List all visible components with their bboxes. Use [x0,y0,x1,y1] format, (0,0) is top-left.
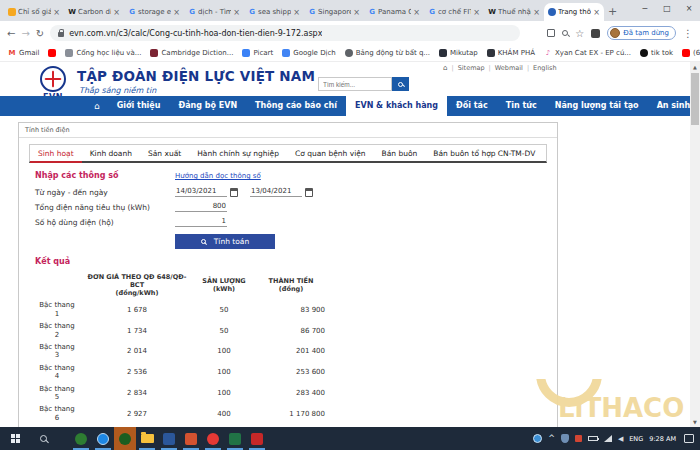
link-english[interactable]: English [533,64,556,72]
tray-expand-icon[interactable]: ^ [548,434,555,443]
scrollbar-thumb[interactable] [691,73,699,125]
bookmark-item[interactable]: ♪Xyan Cat EX - EP cú... [544,49,631,57]
link-sitemap[interactable]: Sitemap [458,64,485,72]
browser-tab-active[interactable]: Trang thông × [544,3,604,21]
extensions-icon[interactable] [591,29,600,38]
menu-icon[interactable]: ⋮ [683,28,693,39]
consumption-input[interactable] [175,202,227,212]
back-icon[interactable]: ← [7,28,15,39]
nav-thong-cao[interactable]: Thông cáo báo chí [246,96,346,116]
tab-ban-buon-to-hop[interactable]: Bán buôn tổ hợp CN-TM-DV [425,145,543,161]
taskbar-app-9[interactable] [246,427,268,450]
nav-doi-tac[interactable]: Đối tác [447,96,497,116]
nav-dang-bo[interactable]: Đảng bộ EVN [169,96,246,116]
guide-link[interactable]: Hướng dẫn đọc thông số [175,172,261,180]
browser-tab[interactable]: G Panama Ca × [364,3,424,21]
url-input[interactable]: evn.com.vn/c3/calc/Cong-cu-tinh-hoa-don-… [50,25,520,41]
close-icon[interactable]: × [413,8,420,17]
scroll-up-icon[interactable]: ▲ [690,62,700,72]
bookmark-item[interactable]: tik tok [640,49,673,57]
close-icon[interactable]: × [173,8,180,17]
taskbar-search-button[interactable] [30,435,56,442]
tab-co-quan[interactable]: Cơ quan bệnh viện [287,145,374,161]
search-button[interactable] [392,77,409,91]
action-center-icon[interactable] [684,434,694,443]
taskbar-app-2[interactable] [92,427,114,450]
taskbar-app-5[interactable] [158,427,180,450]
nav-tin-tuc[interactable]: Tin tức [497,96,546,116]
link-webmail[interactable]: Webmail [495,64,523,72]
close-icon[interactable]: × [533,8,540,17]
date-to-input[interactable] [250,187,302,197]
maximize-button[interactable]: □ [656,0,678,20]
nav-an-sinh[interactable]: An sinh xã hội [648,96,690,116]
browser-tab[interactable]: G cơ chế FIT c × [424,3,484,21]
scrollbar[interactable]: ▲ ▼ [690,62,700,427]
new-tab-button[interactable]: + [608,5,617,18]
browser-tab[interactable]: G sea shipping × [244,3,304,21]
nav-evn-khach-hang[interactable]: EVN & khách hàng [346,96,447,116]
date-from-input[interactable] [175,187,227,197]
close-icon[interactable]: × [293,8,300,17]
window-close-button[interactable]: × [678,0,700,20]
bookmark-item[interactable]: Cổng học liệu và... [65,49,141,57]
tab-san-xuat[interactable]: Sản xuất [140,145,189,161]
minimize-button[interactable]: ─ [634,0,656,20]
calendar-icon[interactable] [305,188,313,197]
bookmark-item[interactable]: Bảng động từ bất q... [345,49,430,57]
page-action-icon[interactable] [547,29,555,37]
close-icon[interactable]: × [53,8,60,17]
bookmark-item[interactable]: (6) [Vietsub + Lyrics... [682,49,700,57]
close-icon[interactable]: × [353,8,360,17]
taskbar-app-8[interactable] [224,427,246,450]
clock[interactable]: 9:28 AM [649,435,676,443]
tab-kinh-doanh[interactable]: Kinh doanh [82,145,140,161]
tray-alert-icon[interactable] [575,435,582,442]
home-icon[interactable]: ⌂ [443,64,447,72]
bookmark-item[interactable]: Google Dịch [282,49,336,57]
zoom-icon[interactable] [562,30,568,36]
battery-icon[interactable] [588,436,598,441]
profile-chip[interactable]: Đã tạm dừng [607,26,676,40]
calendar-icon[interactable] [230,188,238,197]
forward-icon[interactable]: → [21,28,29,39]
bookmark-item[interactable]: Picart [242,49,273,57]
browser-tab[interactable]: G storage ene × [124,3,184,21]
nav-home-icon[interactable]: ⌂ [86,96,108,116]
bookmark-star-icon[interactable]: ☆ [575,28,584,39]
tray-app-icon[interactable] [533,434,542,443]
search-input[interactable] [318,77,392,91]
bookmark-gmail[interactable]: MGmail [8,49,39,57]
close-icon[interactable]: × [233,8,240,17]
close-icon[interactable]: × [473,8,480,17]
tab-ban-buon[interactable]: Bán buôn [374,145,426,161]
households-input[interactable] [175,217,227,227]
nav-gioi-thieu[interactable]: Giới thiệu [108,96,170,116]
browser-tab[interactable]: W Thuế nhập × [484,3,544,21]
bookmark-item[interactable]: KHÁM PHÁ [487,49,535,57]
network-signal-icon[interactable] [604,435,612,442]
start-button[interactable] [0,434,30,443]
reload-icon[interactable]: ↻ [36,28,44,39]
browser-tab[interactable]: G Singapore t × [304,3,364,21]
taskbar-file-explorer[interactable] [136,427,158,450]
volume-icon[interactable]: ◀ [618,435,623,443]
security-shield-icon[interactable] [561,434,569,443]
taskbar-app-6[interactable] [180,427,202,450]
taskbar-app-7[interactable] [202,427,224,450]
nav-nang-luong[interactable]: Năng lượng tái tạo [546,96,648,116]
taskbar-app-active[interactable] [114,427,136,450]
browser-tab[interactable]: W Carbon dio × [64,3,124,21]
bookmark-youtube[interactable] [48,49,56,57]
browser-tab[interactable]: Chỉ số giá c × [4,3,64,21]
close-icon[interactable]: × [593,8,600,17]
taskbar-app-1[interactable] [70,427,92,450]
language-indicator[interactable]: ENG [629,435,643,443]
tab-hanh-chinh[interactable]: Hành chính sự nghiệp [189,145,287,161]
bookmark-item[interactable]: Mikutap [439,49,478,57]
bookmark-item[interactable]: Cambridge Diction... [150,49,233,57]
scroll-down-icon[interactable]: ▼ [690,417,700,427]
calculate-button[interactable]: Tính toán [175,234,275,249]
browser-tab[interactable]: G dịch - Tìm t × [184,3,244,21]
close-icon[interactable]: × [113,8,120,17]
